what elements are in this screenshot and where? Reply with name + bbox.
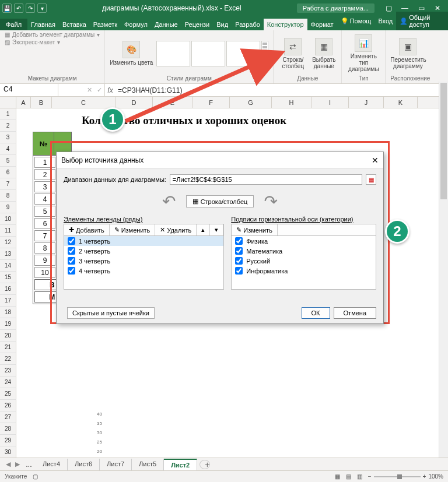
- new-sheet-button[interactable]: +: [200, 460, 210, 469]
- select-data-button[interactable]: ▦ Выбрать данные: [311, 38, 337, 69]
- chart-styles-gallery[interactable]: [156, 41, 268, 66]
- range-picker-icon[interactable]: ▦: [366, 174, 376, 185]
- qat-dropdown-icon[interactable]: ▾: [37, 3, 47, 13]
- category-checkbox[interactable]: [235, 247, 243, 255]
- accept-formula-icon[interactable]: ✓: [97, 86, 102, 94]
- switch-row-column-button[interactable]: ▦Строка/столбец: [186, 195, 254, 207]
- switch-row-column-button[interactable]: ⇄ Строка/столбец: [278, 38, 307, 69]
- column-header[interactable]: D: [116, 97, 153, 108]
- save-icon[interactable]: 💾: [2, 3, 12, 13]
- file-tab[interactable]: Файл: [0, 19, 27, 30]
- sheet-tab[interactable]: Лист6: [68, 459, 100, 470]
- row-header[interactable]: 10: [0, 213, 16, 225]
- cancel-button[interactable]: Отмена: [334, 307, 376, 319]
- row-header[interactable]: 30: [0, 446, 16, 458]
- row-header[interactable]: 4: [0, 143, 16, 155]
- vertical-scrollbar[interactable]: [439, 82, 448, 458]
- sheet-tab[interactable]: Лист7: [100, 459, 132, 470]
- column-header[interactable]: C: [52, 97, 116, 108]
- dialog-close-icon[interactable]: ✕: [372, 156, 379, 165]
- row-header[interactable]: 22: [0, 353, 16, 365]
- row-header[interactable]: 8: [0, 190, 16, 202]
- row-header[interactable]: 6: [0, 167, 16, 178]
- row-header[interactable]: 17: [0, 295, 16, 307]
- dialog-titlebar[interactable]: Выбор источника данных ✕: [57, 152, 383, 168]
- row-header[interactable]: 14: [0, 260, 16, 272]
- change-colors-button[interactable]: 🎨 Изменить цвета: [110, 41, 153, 66]
- cancel-formula-icon[interactable]: ✕: [87, 86, 92, 94]
- column-header[interactable]: G: [230, 97, 272, 108]
- row-header[interactable]: 18: [0, 307, 16, 318]
- column-header[interactable]: A: [16, 97, 31, 108]
- row-header[interactable]: 2: [0, 120, 16, 132]
- redo-icon[interactable]: ↷: [26, 3, 35, 13]
- row-header[interactable]: 25: [0, 388, 16, 400]
- series-item[interactable]: 2 четверть: [64, 246, 223, 256]
- categories-list[interactable]: Физика Математика Русский Информатика: [231, 236, 376, 290]
- view-break-icon[interactable]: ▥: [357, 473, 362, 480]
- ribbon-tab[interactable]: Конструктор: [264, 19, 307, 30]
- ribbon-tab[interactable]: Формат: [307, 19, 337, 30]
- move-up-button[interactable]: ▴: [197, 224, 210, 235]
- row-header[interactable]: 12: [0, 237, 16, 248]
- sheet-tab[interactable]: Лист2: [164, 459, 197, 470]
- ribbon-tab[interactable]: Вставка: [59, 19, 90, 30]
- series-checkbox[interactable]: [68, 247, 75, 255]
- ribbon-tab[interactable]: Вид: [213, 19, 232, 30]
- zoom-in-icon[interactable]: +: [423, 473, 426, 480]
- edit-categories-button[interactable]: ✎Изменить: [232, 224, 278, 235]
- row-header[interactable]: 23: [0, 365, 16, 377]
- edit-series-button[interactable]: ✎Изменить: [110, 224, 156, 235]
- move-down-button[interactable]: ▾: [210, 224, 223, 235]
- help-tab[interactable]: 💡Помощ: [337, 12, 375, 30]
- series-checkbox[interactable]: [68, 257, 75, 265]
- ribbon-tab[interactable]: Данные: [151, 19, 181, 30]
- column-header[interactable]: B: [31, 97, 52, 108]
- style-thumb[interactable]: [156, 41, 190, 66]
- macro-record-icon[interactable]: ▢: [33, 473, 38, 480]
- zoom-out-icon[interactable]: −: [368, 473, 372, 480]
- ribbon-tab[interactable]: Разрабо: [232, 19, 264, 30]
- row-header[interactable]: 21: [0, 342, 16, 353]
- zoom-level[interactable]: 100%: [428, 473, 443, 480]
- signin-tab[interactable]: Вход: [374, 12, 396, 30]
- ok-button[interactable]: ОК: [302, 307, 330, 319]
- view-normal-icon[interactable]: ▦: [335, 473, 340, 480]
- series-checkbox[interactable]: [68, 237, 75, 245]
- zoom-slider[interactable]: [374, 476, 421, 477]
- column-header[interactable]: E: [153, 97, 192, 108]
- select-all-corner[interactable]: [0, 97, 16, 108]
- style-thumb[interactable]: [191, 41, 225, 66]
- ribbon-tab[interactable]: Рецензи: [181, 19, 214, 30]
- row-header[interactable]: 28: [0, 423, 16, 435]
- hidden-cells-button[interactable]: Скрытые и пустые ячейки: [67, 307, 155, 319]
- column-header[interactable]: H: [272, 97, 312, 108]
- row-header[interactable]: 5: [0, 155, 16, 167]
- move-chart-button[interactable]: ▣ Переместить диаграмму: [390, 38, 425, 69]
- column-header[interactable]: I: [312, 97, 349, 108]
- delete-series-button[interactable]: ✕Удалить: [155, 224, 197, 235]
- style-scroll[interactable]: [261, 41, 268, 54]
- row-header[interactable]: 19: [0, 318, 16, 330]
- row-header[interactable]: 20: [0, 330, 16, 342]
- add-series-button[interactable]: ✚Добавить: [64, 224, 110, 235]
- ribbon-tab[interactable]: Формул: [121, 19, 151, 30]
- category-item[interactable]: Информатика: [232, 266, 376, 276]
- sheet-nav-prev-icon[interactable]: ◀: [4, 460, 13, 468]
- sheet-nav-next-icon[interactable]: ▶: [13, 460, 22, 468]
- quick-layout-button[interactable]: ▧Экспресс-макет▾: [5, 39, 60, 45]
- sheet-tab[interactable]: Лист4: [36, 459, 68, 470]
- view-page-icon[interactable]: ▤: [346, 473, 351, 480]
- style-thumb[interactable]: [226, 41, 260, 66]
- series-item[interactable]: 3 четверть: [64, 256, 223, 266]
- undo-icon[interactable]: ↶: [14, 3, 23, 13]
- formula-input[interactable]: =СРЗНАЧ(D11:G11): [116, 86, 448, 94]
- ribbon-tab[interactable]: Разметк: [90, 19, 121, 30]
- series-item[interactable]: 1 четверть: [64, 236, 223, 246]
- column-header[interactable]: K: [384, 97, 418, 108]
- row-header[interactable]: 3: [0, 132, 16, 143]
- category-checkbox[interactable]: [235, 267, 243, 275]
- row-header[interactable]: 15: [0, 272, 16, 283]
- row-header[interactable]: 24: [0, 377, 16, 388]
- row-header[interactable]: 7: [0, 178, 16, 190]
